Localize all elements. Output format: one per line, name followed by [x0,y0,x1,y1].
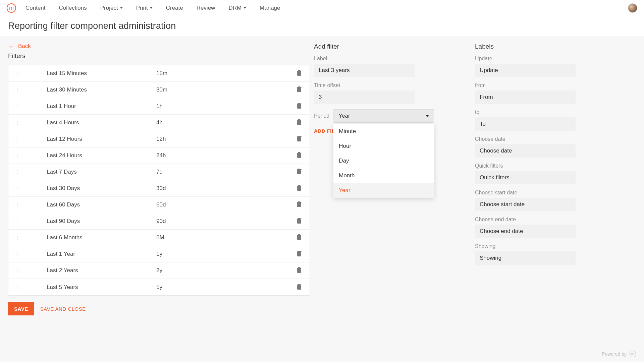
label-group-7: Showing [475,243,632,265]
save-and-close-button[interactable]: SAVE AND CLOSE [40,306,86,312]
label-input[interactable] [475,144,576,158]
filter-row: ⋮⋮Last 15 Minutes15m [8,65,310,82]
drag-handle-icon[interactable]: ⋮⋮ [8,137,23,141]
footer: Powered by m [602,351,636,357]
nav-item-print[interactable]: Print [136,5,153,11]
label-field-label: Choose end date [475,217,632,223]
nav-label: Review [197,5,215,11]
filter-code: 5y [156,284,289,291]
nav-label: Manage [260,5,280,11]
nav-label: DRM [228,5,241,11]
filter-list: ⋮⋮Last 15 Minutes15m⋮⋮Last 30 Minutes30m… [8,65,310,296]
drag-handle-icon[interactable]: ⋮⋮ [8,71,23,76]
filter-row: ⋮⋮Last 7 Days7d [8,164,310,180]
nav-item-create[interactable]: Create [166,5,183,11]
app-logo[interactable]: m [7,3,16,13]
delete-icon[interactable] [297,218,303,225]
delete-icon[interactable] [297,86,303,94]
drag-handle-icon[interactable]: ⋮⋮ [8,120,23,125]
offset-group: Time offset [314,82,471,104]
label-input[interactable] [475,64,576,77]
filters-heading: Filters [8,52,310,60]
label-field-label: Label [314,56,471,62]
titlebar: Reporting filter component administratio… [0,16,644,36]
filter-row: ⋮⋮Last 5 Years5y [8,279,310,295]
delete-icon[interactable] [297,267,303,274]
delete-icon[interactable] [297,250,303,258]
filter-row: ⋮⋮Last 30 Minutes30m [8,82,310,98]
filter-code: 2y [156,267,289,274]
nav-item-manage[interactable]: Manage [260,5,280,11]
footer-logo-icon: m [629,351,636,357]
delete-icon[interactable] [297,152,303,159]
filter-code: 7d [156,169,289,175]
filter-label: Last 2 Years [23,267,156,274]
delete-icon[interactable] [297,201,303,208]
period-selected-value: Year [338,113,350,119]
nav-item-collections[interactable]: Collections [59,5,87,11]
drag-handle-icon[interactable]: ⋮⋮ [8,202,23,207]
label-input[interactable] [475,225,576,238]
nav-label: Create [166,5,183,11]
arrow-left-icon: ← [8,43,15,50]
nav-label: Print [136,5,148,11]
nav-item-content[interactable]: Content [25,5,46,11]
delete-icon[interactable] [297,284,303,291]
label-input[interactable] [475,171,576,184]
label-input[interactable] [314,64,415,77]
chevron-down-icon [150,7,153,9]
label-field-label: to [475,109,632,115]
label-group-0: Update [475,56,632,77]
back-link[interactable]: ← Back [8,43,310,50]
filter-label: Last 15 Minutes [23,70,156,77]
drag-handle-icon[interactable]: ⋮⋮ [8,153,23,158]
label-input[interactable] [475,251,576,265]
filter-label: Last 6 Months [23,234,156,241]
period-option-day[interactable]: Day [333,154,434,168]
drag-handle-icon[interactable]: ⋮⋮ [8,186,23,191]
delete-icon[interactable] [297,103,303,110]
user-avatar[interactable] [628,3,637,13]
nav-item-review[interactable]: Review [197,5,215,11]
filter-row: ⋮⋮Last 90 Days90d [8,213,310,230]
filter-label: Last 7 Days [23,169,156,175]
chevron-down-icon [120,7,123,9]
delete-icon[interactable] [297,70,303,77]
period-select[interactable]: Year MinuteHourDayMonthYear [333,109,434,123]
filter-code: 6M [156,234,289,241]
delete-icon[interactable] [297,185,303,192]
drag-handle-icon[interactable]: ⋮⋮ [8,219,23,224]
period-option-minute[interactable]: Minute [333,124,434,139]
offset-input[interactable] [314,90,415,104]
period-option-hour[interactable]: Hour [333,139,434,154]
label-input[interactable] [475,117,576,131]
label-group-1: from [475,82,632,104]
filter-code: 30m [156,86,289,93]
nav-label: Content [25,5,46,11]
period-group: Period Year MinuteHourDayMonthYear [314,109,471,123]
period-option-month[interactable]: Month [333,168,434,183]
label-input[interactable] [475,198,576,211]
drag-handle-icon[interactable]: ⋮⋮ [8,87,23,92]
delete-icon[interactable] [297,135,303,143]
drag-handle-icon[interactable]: ⋮⋮ [8,268,23,273]
period-option-year[interactable]: Year [333,183,434,198]
drag-handle-icon[interactable]: ⋮⋮ [8,252,23,256]
delete-icon[interactable] [297,234,303,241]
filter-label: Last 24 Hours [23,152,156,159]
nav-item-project[interactable]: Project [100,5,123,11]
save-button[interactable]: SAVE [8,302,34,315]
delete-icon[interactable] [297,168,303,176]
delete-icon[interactable] [297,119,303,126]
label-input[interactable] [475,90,576,104]
label-field-label: from [475,82,632,88]
drag-handle-icon[interactable]: ⋮⋮ [8,235,23,240]
filter-code: 1y [156,251,289,257]
nav-item-drm[interactable]: DRM [228,5,246,11]
drag-handle-icon[interactable]: ⋮⋮ [8,285,23,290]
period-select-trigger[interactable]: Year [333,109,434,123]
filter-code: 4h [156,119,289,126]
drag-handle-icon[interactable]: ⋮⋮ [8,104,23,109]
drag-handle-icon[interactable]: ⋮⋮ [8,170,23,174]
filter-code: 24h [156,152,289,159]
